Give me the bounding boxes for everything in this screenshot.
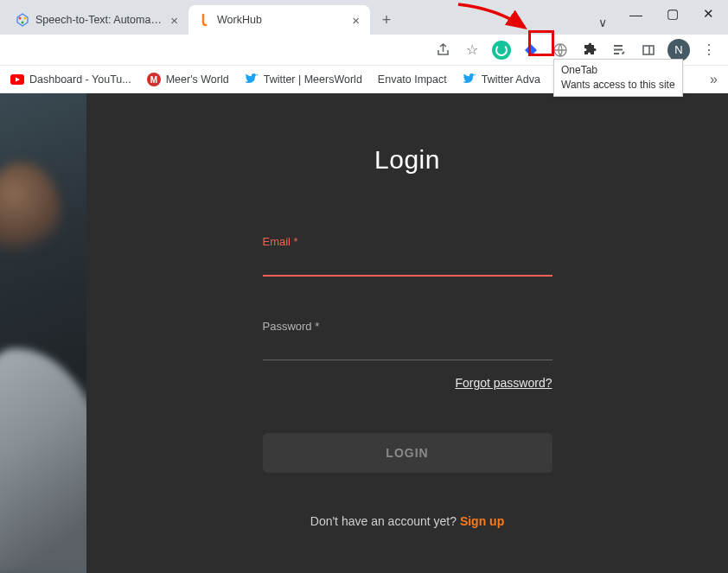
close-window-button[interactable]: ✕: [703, 6, 714, 22]
extension-tooltip: OneTab Wants access to this site: [553, 59, 683, 97]
share-icon[interactable]: [432, 40, 453, 60]
login-button[interactable]: LOGIN: [263, 433, 552, 473]
tooltip-body: Wants access to this site: [561, 78, 675, 92]
close-icon[interactable]: ×: [350, 13, 361, 28]
tab-title: Speech-to-Text: Automatic Spee: [35, 14, 163, 26]
profile-avatar[interactable]: N: [667, 39, 690, 61]
bookmark-twitter-adv[interactable]: Twitter Adva: [463, 73, 540, 86]
gcloud-icon: [16, 13, 29, 27]
kebab-menu-icon[interactable]: ⋮: [699, 40, 719, 60]
bookmark-label: Envato Impact: [378, 73, 447, 86]
email-input[interactable]: [263, 253, 552, 277]
password-input[interactable]: [263, 338, 552, 360]
bookmark-label: Meer's World: [166, 73, 229, 86]
svg-point-2: [22, 22, 24, 24]
bookmark-envato[interactable]: Envato Impact: [378, 73, 447, 86]
signup-link[interactable]: Sign up: [460, 514, 504, 528]
m-icon: M: [147, 73, 161, 86]
login-panel: Login Email * Password * Forgot password…: [86, 93, 728, 573]
reading-list-icon[interactable]: [609, 40, 629, 60]
bookmark-label: Twitter | MeersWorld: [264, 73, 362, 86]
bookmark-meersworld[interactable]: M Meer's World: [147, 73, 229, 86]
onetab-icon[interactable]: [520, 40, 541, 60]
login-title: Login: [374, 145, 440, 175]
close-icon[interactable]: ×: [169, 13, 180, 28]
email-field-group: Email *: [263, 235, 552, 277]
new-tab-button[interactable]: +: [374, 7, 399, 33]
tab-search-button[interactable]: ∨: [598, 16, 607, 29]
bookmark-label: Twitter Adva: [482, 73, 540, 86]
tab-title: WorkHub: [217, 14, 344, 26]
side-panel-icon[interactable]: [638, 40, 659, 60]
twitter-icon: [245, 73, 259, 86]
signup-row: Don't have an account yet? Sign up: [310, 514, 504, 528]
login-form: Email * Password * Forgot password? LOGI…: [263, 235, 552, 473]
forgot-password-link[interactable]: Forgot password?: [263, 376, 552, 390]
signup-prompt: Don't have an account yet?: [310, 514, 460, 528]
youtube-icon: [10, 73, 24, 86]
page-content: Login Email * Password * Forgot password…: [0, 93, 728, 573]
grammarly-icon[interactable]: [491, 40, 512, 60]
svg-point-1: [24, 17, 27, 20]
browser-tab-workhub[interactable]: WorkHub ×: [188, 5, 370, 35]
password-label: Password *: [263, 320, 552, 333]
tooltip-title: OneTab: [561, 63, 675, 78]
globe-icon[interactable]: [550, 40, 571, 60]
extensions-icon[interactable]: [579, 40, 600, 60]
svg-point-0: [19, 17, 22, 20]
hero-side-image: [0, 93, 86, 573]
bookmark-youtube[interactable]: Dashboard - YouTu...: [10, 73, 131, 86]
bookmark-star-icon[interactable]: ☆: [462, 40, 482, 60]
workhub-icon: [197, 13, 211, 27]
browser-tab-speech[interactable]: Speech-to-Text: Automatic Spee ×: [7, 5, 188, 35]
password-field-group: Password *: [263, 320, 552, 360]
email-label: Email *: [263, 235, 552, 248]
minimize-button[interactable]: —: [629, 7, 642, 22]
window-controls: — ▢ ✕: [616, 0, 728, 28]
bookmarks-overflow-button[interactable]: »: [710, 72, 718, 87]
maximize-button[interactable]: ▢: [667, 6, 679, 22]
svg-text:M: M: [150, 75, 157, 85]
twitter-icon: [463, 73, 476, 86]
bookmark-label: Dashboard - YouTu...: [29, 73, 131, 86]
svg-rect-4: [643, 46, 654, 54]
bookmark-twitter[interactable]: Twitter | MeersWorld: [245, 73, 362, 86]
